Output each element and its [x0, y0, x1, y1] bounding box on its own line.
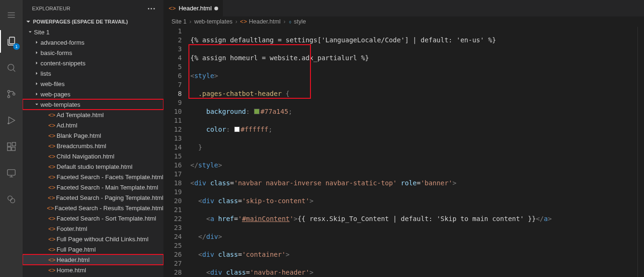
file-child-navigation[interactable]: <>Child Navigation.html	[23, 151, 163, 161]
file-fullpage[interactable]: <>Full Page.html	[23, 244, 163, 254]
explorer-icon[interactable]: 1	[0, 30, 23, 53]
file-default-studio[interactable]: <>Default studio template.html	[23, 161, 163, 172]
run-debug-icon[interactable]	[0, 109, 23, 132]
folder-web-pages[interactable]: web-pages	[23, 89, 163, 99]
folder-web-templates[interactable]: web-templates	[23, 99, 163, 110]
html-icon: <>	[240, 18, 247, 25]
chevron-right-icon: ›	[234, 18, 238, 25]
workspace-section[interactable]: POWERPAGES (ESPACE DE TRAVAIL)	[23, 16, 163, 27]
file-faceted-results[interactable]: <>Faceted Search - Results Template.html	[23, 203, 163, 213]
tabs-bar: <> Header.html	[164, 0, 644, 16]
html-icon: <>	[47, 256, 57, 263]
svg-point-19	[10, 198, 15, 203]
folder-advanced-forms[interactable]: advanced-forms	[23, 37, 163, 47]
html-icon: <>	[47, 142, 57, 150]
html-icon: <>	[47, 163, 57, 170]
svg-rect-14	[12, 142, 16, 146]
html-icon: <>	[47, 225, 57, 232]
menu-icon[interactable]	[0, 4, 23, 26]
file-tree: Site 1 advanced-forms basic-forms conten…	[23, 27, 163, 277]
tab-header-html[interactable]: <> Header.html	[164, 0, 223, 16]
color-swatch-icon	[254, 109, 260, 114]
file-footer[interactable]: <>Footer.html	[23, 223, 163, 234]
code-editor[interactable]: 1234 5678 9101112 13141516 17181920 2122…	[164, 27, 644, 277]
chevron-right-icon: ›	[188, 18, 192, 25]
html-icon: <>	[47, 184, 57, 191]
line-numbers: 1234 5678 9101112 13141516 17181920 2122…	[164, 27, 190, 277]
svg-rect-13	[12, 147, 15, 150]
breadcrumbs[interactable]: Site 1 › web-templates › <> Header.html …	[164, 16, 644, 27]
style-icon: ⬨	[288, 18, 292, 25]
html-icon: <>	[169, 5, 176, 12]
file-breadcrumbs[interactable]: <>Breadcrumbs.html	[23, 141, 163, 151]
svg-point-7	[8, 95, 10, 98]
breadcrumb-item[interactable]: Site 1	[171, 18, 187, 25]
svg-rect-12	[8, 147, 11, 150]
folder-lists[interactable]: lists	[23, 68, 163, 79]
folder-content-snippets[interactable]: content-snippets	[23, 58, 163, 68]
search-icon[interactable]	[0, 56, 23, 79]
dirty-indicator-icon	[214, 7, 218, 10]
file-faceted-paging[interactable]: <>Faceted Search - Paging Template.html	[23, 192, 163, 203]
html-icon: <>	[47, 132, 57, 139]
activity-bar: 1	[0, 0, 23, 277]
breadcrumb-item[interactable]: web-templates	[194, 18, 232, 25]
svg-point-8	[13, 93, 15, 95]
folder-web-files[interactable]: web-files	[23, 79, 163, 89]
source-control-icon[interactable]	[0, 83, 23, 105]
svg-point-4	[8, 64, 14, 71]
html-icon: <>	[47, 153, 57, 160]
editor-area: <> Header.html Site 1 › web-templates › …	[164, 0, 644, 277]
svg-rect-3	[9, 37, 15, 44]
remote-icon[interactable]	[0, 162, 23, 184]
html-icon: <>	[47, 174, 57, 181]
explorer-badge: 1	[13, 43, 20, 50]
file-faceted-sort[interactable]: <>Faceted Search - Sort Template.html	[23, 213, 163, 223]
minimap[interactable]	[637, 27, 644, 277]
html-icon: <>	[47, 267, 57, 274]
sidebar-title: EXPLORATEUR	[32, 6, 70, 11]
svg-rect-11	[8, 143, 11, 146]
tab-label: Header.html	[179, 5, 212, 12]
html-icon: <>	[47, 215, 57, 222]
folder-basic-forms[interactable]: basic-forms	[23, 47, 163, 58]
explorer-sidebar: EXPLORATEUR ••• POWERPAGES (ESPACE DE TR…	[23, 0, 164, 277]
code-content[interactable]: {% assign defaultlang = settings['Langua…	[190, 27, 637, 277]
file-home[interactable]: <>Home.html	[23, 265, 163, 275]
html-icon: <>	[47, 122, 57, 129]
color-swatch-icon	[234, 127, 240, 132]
folder-site1[interactable]: Site 1	[23, 27, 163, 37]
html-icon: <>	[46, 205, 55, 212]
html-icon: <>	[47, 236, 57, 243]
html-icon: <>	[47, 194, 56, 201]
html-icon: <>	[47, 246, 57, 253]
breadcrumb-item[interactable]: style	[294, 18, 306, 25]
file-ad[interactable]: <>Ad.html	[23, 120, 163, 130]
html-icon: <>	[47, 111, 57, 119]
chevron-right-icon: ›	[283, 18, 286, 25]
file-faceted-main[interactable]: <>Faceted Search - Main Template.html	[23, 182, 163, 192]
breadcrumb-item[interactable]: Header.html	[249, 18, 280, 25]
svg-marker-9	[9, 117, 15, 124]
file-blank-page[interactable]: <>Blank Page.html	[23, 130, 163, 141]
svg-line-5	[13, 70, 15, 71]
file-header[interactable]: <>Header.html	[23, 254, 163, 265]
extensions-icon[interactable]	[0, 135, 23, 158]
file-fullpage-nochild[interactable]: <>Full Page without Child Links.html	[23, 234, 163, 244]
powerpages-icon[interactable]	[0, 188, 23, 211]
file-ad-template[interactable]: <>Ad Template.html	[23, 110, 163, 120]
svg-point-6	[8, 90, 10, 93]
svg-rect-15	[8, 170, 16, 175]
svg-point-18	[8, 196, 12, 200]
file-faceted-facets[interactable]: <>Faceted Search - Facets Template.html	[23, 172, 163, 182]
more-icon[interactable]: •••	[147, 6, 156, 11]
svg-point-10	[8, 123, 9, 124]
